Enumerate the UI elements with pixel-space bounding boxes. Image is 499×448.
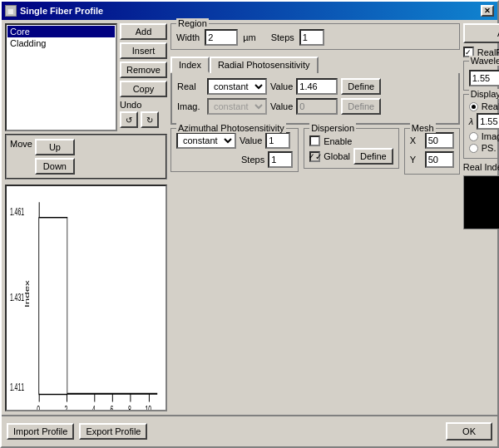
azimuthal-steps-input[interactable] <box>268 151 293 168</box>
svg-text:4: 4 <box>92 402 96 410</box>
azimuthal-type-select[interactable]: constant <box>176 132 236 149</box>
svg-text:10: 10 <box>146 402 152 410</box>
svg-text:1.431: 1.431 <box>10 291 24 303</box>
main-content: Core Cladding Add Insert Remove Copy Und… <box>2 20 497 415</box>
layer-buttons: Add Insert Remove Copy Undo ↺ ↻ <box>120 23 167 131</box>
dispersion-define-button[interactable]: Define <box>353 148 393 165</box>
azimuthal-disp-row: Azimuthal Photosensitivity constant Valu… <box>170 128 460 175</box>
real-value-label: Value <box>270 81 293 91</box>
imag-label: Imag. <box>177 101 204 111</box>
real-label: Real <box>177 81 204 91</box>
real-row: Real constant Value Define <box>177 78 453 95</box>
imag-type-select[interactable]: constant <box>207 98 267 115</box>
svg-text:1.411: 1.411 <box>10 380 24 392</box>
region-group-title: Region <box>176 18 209 28</box>
svg-text:0: 0 <box>37 402 40 410</box>
mesh-y-input[interactable] <box>425 151 454 168</box>
tab-index[interactable]: Index <box>170 57 210 73</box>
width-input[interactable] <box>205 29 238 46</box>
far-right-panel: Apply ✓ RealProfile Wavelength [µm] Disp… <box>463 23 499 411</box>
close-button[interactable]: ✕ <box>481 5 494 17</box>
undo-section: Undo ↺ ↻ <box>120 100 167 128</box>
imag-value-input[interactable] <box>296 98 338 115</box>
svg-text:Index: Index <box>24 279 31 308</box>
az-value-label: Value <box>240 135 262 145</box>
wavelength-input[interactable] <box>469 70 499 86</box>
window-title: Single Fiber Profile <box>20 6 103 16</box>
global-checkbox[interactable]: ✓ <box>309 151 320 162</box>
chart-area: 1.461 1.431 1.411 Index 0 2 <box>5 185 167 411</box>
svg-text:6: 6 <box>110 402 113 410</box>
azimuthal-title: Azimuthal Photosensitivity <box>176 123 286 133</box>
import-profile-button[interactable]: Import Profile <box>7 423 74 440</box>
display-group: Display Real λ Imag. PS. <box>463 94 499 159</box>
remove-button[interactable]: Remove <box>120 62 167 78</box>
export-profile-button[interactable]: Export Profile <box>79 423 147 440</box>
undo-forward-button[interactable]: ↻ <box>141 111 159 128</box>
move-label: Move <box>10 139 32 149</box>
display-imag-radio[interactable] <box>469 132 478 141</box>
display-lambda-input[interactable] <box>477 113 499 130</box>
real-index-profile-label: Real Index profile: <box>463 162 499 172</box>
add-button[interactable]: Add <box>120 23 167 40</box>
tabs-row: Index Radial Photosensitivity <box>170 57 460 73</box>
tabs-container: Index Radial Photosensitivity Real const… <box>170 53 460 125</box>
dispersion-enable-label: Enable <box>324 136 352 146</box>
real-type-select[interactable]: constant <box>207 78 267 95</box>
azimuthal-group: Azimuthal Photosensitivity constant Valu… <box>170 128 299 172</box>
apply-button[interactable]: Apply <box>463 23 499 43</box>
tab-content: Real constant Value Define Imag. constan… <box>170 73 460 125</box>
mesh-group: Mesh X Y <box>404 128 460 175</box>
tab-radial[interactable]: Radial Photosensitivity <box>210 57 319 73</box>
copy-button[interactable]: Copy <box>120 81 167 97</box>
display-title: Display <box>469 89 499 99</box>
move-section: Move Up Down <box>5 134 167 180</box>
svg-text:8: 8 <box>128 402 131 410</box>
az-steps-label: Steps <box>241 155 264 165</box>
svg-text:1.461: 1.461 <box>10 204 24 217</box>
footer: Import Profile Export Profile OK <box>2 415 497 446</box>
dispersion-group: Dispersion Enable ✓ Global Define <box>304 128 399 169</box>
lambda-icon: λ <box>469 116 473 126</box>
undo-back-button[interactable]: ↺ <box>120 111 138 128</box>
azimuthal-value-input[interactable] <box>265 132 290 149</box>
layer-item-cladding[interactable]: Cladding <box>7 37 115 49</box>
imag-row: Imag. constant Value Define <box>177 98 453 115</box>
footer-left: Import Profile Export Profile <box>7 423 147 440</box>
mesh-x-label: X <box>410 135 420 145</box>
wavelength-title: Wavelength [µm] <box>469 56 499 66</box>
ok-button[interactable]: OK <box>446 422 492 441</box>
layers-section: Core Cladding Add Insert Remove Copy Und… <box>5 23 167 131</box>
layer-item-core[interactable]: Core <box>7 26 115 37</box>
layers-listbox[interactable]: Core Cladding <box>5 23 117 131</box>
mesh-x-input[interactable] <box>425 132 454 149</box>
global-define-row: ✓ Global Define <box>309 148 393 165</box>
display-ps-radio[interactable] <box>469 144 478 153</box>
left-panel: Core Cladding Add Insert Remove Copy Und… <box>5 23 167 411</box>
imag-define-button[interactable]: Define <box>341 98 381 115</box>
window-icon: ▦ <box>5 5 17 17</box>
dispersion-enable-checkbox[interactable] <box>309 135 320 146</box>
move-buttons: Up Down <box>35 139 75 175</box>
display-real-radio[interactable] <box>469 102 478 111</box>
svg-text:2: 2 <box>65 402 68 410</box>
mesh-title: Mesh <box>410 123 436 133</box>
real-define-button[interactable]: Define <box>341 78 381 95</box>
svg-rect-7 <box>39 218 67 393</box>
real-value-input[interactable] <box>296 78 338 95</box>
title-bar: ▦ Single Fiber Profile ✕ <box>2 2 497 20</box>
right-panel: Region Width µm Steps Index Radial Photo… <box>170 23 460 411</box>
insert-button[interactable]: Insert <box>120 42 167 59</box>
display-real-label: Real <box>482 101 499 111</box>
steps-label: Steps <box>271 32 294 42</box>
down-button[interactable]: Down <box>35 158 75 175</box>
width-label: Width <box>176 32 200 42</box>
region-group: Region Width µm Steps <box>170 23 460 50</box>
unit-label: µm <box>243 32 256 42</box>
steps-input[interactable] <box>299 29 324 46</box>
dispersion-enable-row: Enable <box>309 135 393 146</box>
display-ps-label: PS. <box>482 143 497 153</box>
up-button[interactable]: Up <box>35 139 75 155</box>
profile-canvas <box>463 175 499 229</box>
dispersion-title: Dispersion <box>309 123 356 133</box>
